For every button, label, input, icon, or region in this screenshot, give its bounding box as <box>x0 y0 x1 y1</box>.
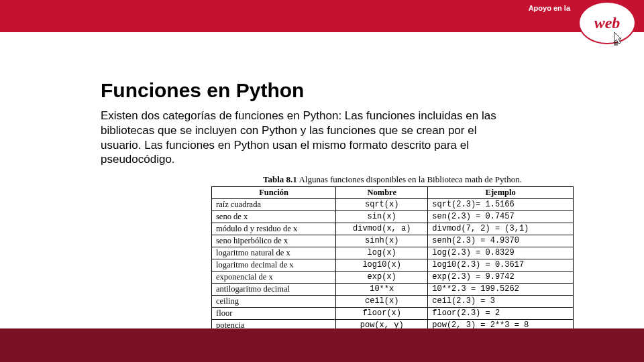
cell-funcion: logaritmo natural de x <box>212 247 336 259</box>
col-header-funcion: Función <box>212 187 336 199</box>
cell-nombre: floor(x) <box>336 308 428 320</box>
cell-nombre: exp(x) <box>336 272 428 284</box>
table-row: seno hiperbólico de xsinh(x)senh(2.3) = … <box>212 235 574 247</box>
cell-nombre: log10(x) <box>336 259 428 272</box>
cell-funcion: logaritmo decimal de x <box>212 259 336 272</box>
table-row: logaritmo decimal de xlog10(x)log10(2.3)… <box>212 259 574 272</box>
table-row: antilogaritmo decimal10**x10**2.3 = 199.… <box>212 284 574 296</box>
col-header-nombre: Nombre <box>336 187 428 199</box>
cell-ejemplo: divmod(7, 2) = (3,1) <box>428 223 574 235</box>
header-bar: Apoyo en la <box>0 0 644 32</box>
cell-ejemplo: exp(2.3) = 9.9742 <box>428 272 574 284</box>
cell-funcion: seno hiperbólico de x <box>212 235 336 247</box>
cell-funcion: seno de x <box>212 211 336 223</box>
cell-nombre: sin(x) <box>336 211 428 223</box>
cell-ejemplo: sen(2.3) = 0.7457 <box>428 211 574 223</box>
cell-nombre: sinh(x) <box>336 235 428 247</box>
math-functions-table: Función Nombre Ejemplo raíz cuadradasqrt… <box>211 186 574 332</box>
cell-funcion: raíz cuadrada <box>212 199 336 211</box>
cursor-icon <box>610 31 624 47</box>
cell-funcion: módulo d y residuo de x <box>212 223 336 235</box>
cell-funcion: antilogaritmo decimal <box>212 284 336 296</box>
page-title: Funciones en Python <box>101 79 530 102</box>
body-paragraph: Existen dos categorías de funciones en P… <box>101 109 517 167</box>
cell-nombre: divmod(x, a) <box>336 223 428 235</box>
cell-funcion: exponencial de x <box>212 272 336 284</box>
cell-ejemplo: floor(2.3) = 2 <box>428 308 574 320</box>
cell-ejemplo: 10**2.3 = 199.5262 <box>428 284 574 296</box>
table-row: módulo d y residuo de xdivmod(x, a)divmo… <box>212 223 574 235</box>
web-logo: web <box>578 1 637 54</box>
cell-funcion: ceiling <box>212 296 336 308</box>
caption-rest: Algunas funciones disponibles en la Bibl… <box>297 174 522 184</box>
table-row: floorfloor(x)floor(2.3) = 2 <box>212 308 574 320</box>
cell-nombre: ceil(x) <box>336 296 428 308</box>
math-table-wrap: Tabla 8.1 Algunas funciones disponibles … <box>211 174 574 332</box>
web-logo-oval: web <box>578 1 636 44</box>
table-row: logaritmo natural de xlog(x)log(2.3) = 0… <box>212 247 574 259</box>
cell-ejemplo: senh(2.3) = 4.9370 <box>428 235 574 247</box>
content-area: Funciones en Python Existen dos categorí… <box>0 32 530 167</box>
cell-ejemplo: log(2.3) = 0.8329 <box>428 247 574 259</box>
footer-bar <box>0 328 644 362</box>
table-header-row: Función Nombre Ejemplo <box>212 187 574 199</box>
cell-ejemplo: ceil(2.3) = 3 <box>428 296 574 308</box>
table-row: ceilingceil(x)ceil(2.3) = 3 <box>212 296 574 308</box>
cell-ejemplo: log10(2.3) = 0.3617 <box>428 259 574 272</box>
table-caption: Tabla 8.1 Algunas funciones disponibles … <box>211 174 574 185</box>
cell-nombre: sqrt(x) <box>336 199 428 211</box>
cell-ejemplo: sqrt(2.3)= 1.5166 <box>428 199 574 211</box>
support-label: Apoyo en la <box>529 4 570 12</box>
web-logo-text: web <box>594 14 621 32</box>
table-row: raíz cuadradasqrt(x)sqrt(2.3)= 1.5166 <box>212 199 574 211</box>
cell-nombre: 10**x <box>336 284 428 296</box>
table-row: seno de xsin(x)sen(2.3) = 0.7457 <box>212 211 574 223</box>
table-row: exponencial de xexp(x)exp(2.3) = 9.9742 <box>212 272 574 284</box>
caption-bold: Tabla 8.1 <box>263 174 297 184</box>
cell-nombre: log(x) <box>336 247 428 259</box>
cell-funcion: floor <box>212 308 336 320</box>
col-header-ejemplo: Ejemplo <box>428 187 574 199</box>
